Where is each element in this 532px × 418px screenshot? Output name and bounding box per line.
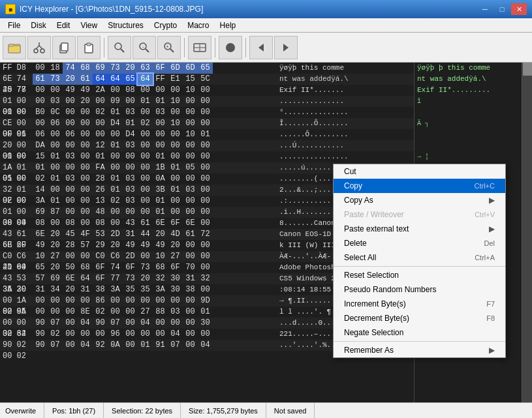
menu-view[interactable]: View xyxy=(75,18,102,32)
status-size: Size: 1,755,279 bytes xyxy=(181,403,266,418)
svg-text:-: - xyxy=(142,44,145,50)
svg-text:+: + xyxy=(166,44,169,50)
title-bar-left: ■ ICY Hexplorer - [G:\Photos\1DN_5915-12… xyxy=(5,4,203,14)
context-menu-negate-selection[interactable]: Negate Selection xyxy=(334,325,505,340)
context-menu-select-all[interactable]: Select All Ctrl+A xyxy=(334,250,505,265)
back-button[interactable] xyxy=(249,36,273,59)
hex-row: FF D8 FF FE 00187468697320636F6D6D65 ÿøÿ… xyxy=(0,63,414,74)
svg-rect-9 xyxy=(61,43,68,51)
hex-row: 6E 74 20 77 6173206164646564FFE1155C nt … xyxy=(0,74,414,85)
hex-row: 45 78 69 66 000049492A00080000001000 Exi… xyxy=(0,85,414,96)
open-button[interactable] xyxy=(3,36,26,59)
cut-button[interactable] xyxy=(27,36,51,59)
context-menu-pseudo-random[interactable]: Pseudo Random Numbers xyxy=(334,282,505,297)
svg-point-3 xyxy=(34,49,38,53)
minimize-button[interactable]: ─ xyxy=(477,3,493,15)
context-menu-separator-1 xyxy=(334,266,505,267)
svg-marker-24 xyxy=(258,44,264,52)
svg-point-12 xyxy=(115,43,121,50)
svg-point-4 xyxy=(40,49,44,53)
context-menu-increment-byte[interactable]: Increment Byte(s) F7 xyxy=(334,297,505,311)
menu-disk[interactable]: Disk xyxy=(25,18,51,32)
hex-row: 01 00 00 00 B00C00000201030003000000 °..… xyxy=(0,107,414,118)
title-controls[interactable]: ─ □ ✕ xyxy=(477,3,527,15)
context-menu-paste-external[interactable]: Paste external text ▶ xyxy=(334,222,505,236)
record-button[interactable] xyxy=(219,36,242,59)
status-mode: Overwrite xyxy=(5,403,44,418)
context-menu-remember-as[interactable]: Remember As ▶ xyxy=(334,343,505,357)
context-menu-delete[interactable]: Delete Del xyxy=(334,236,505,250)
svg-rect-1 xyxy=(8,46,20,53)
menu-macro[interactable]: Macro xyxy=(182,18,214,32)
toolbar: - + xyxy=(0,33,532,63)
context-menu-reset-selection[interactable]: Reset Selection xyxy=(334,268,505,282)
svg-rect-11 xyxy=(87,43,91,46)
svg-line-6 xyxy=(39,46,42,49)
svg-line-15 xyxy=(146,49,149,52)
context-menu-copy[interactable]: Copy Ctrl+C xyxy=(334,179,505,193)
main-area: FF D8 FF FE 00187468697320636F6D6D65 ÿøÿ… xyxy=(0,63,532,402)
toolbar-separator-2 xyxy=(184,38,185,57)
menu-structures[interactable]: Structures xyxy=(102,18,149,32)
context-menu: Cut Copy Ctrl+C Copy As ▶ Paste / Writeo… xyxy=(333,164,506,358)
vertical-scrollbar[interactable] xyxy=(522,63,532,402)
close-button[interactable]: ✕ xyxy=(511,3,527,15)
search-button[interactable] xyxy=(108,36,131,59)
window-title: ICY Hexplorer - [G:\Photos\1DN_5915-12-0… xyxy=(20,5,203,14)
forward-button[interactable] xyxy=(274,36,298,59)
status-bar: Overwrite Pos: 1bh (27) Selection: 22 by… xyxy=(0,402,532,418)
svg-line-13 xyxy=(121,49,124,52)
copy-button[interactable] xyxy=(52,36,76,59)
app-icon: ■ xyxy=(5,4,16,14)
hex-row: CE 00 00 06 0006000000D4010200100000 Î..… xyxy=(0,118,414,129)
hex-row: 01 00 00 00 000300200009000101100000 ...… xyxy=(0,96,414,107)
search-prev-button[interactable]: - xyxy=(133,36,156,59)
status-selection: Selection: 22 bytes xyxy=(104,403,181,418)
svg-line-18 xyxy=(170,49,174,52)
svg-line-5 xyxy=(36,46,39,49)
scroll-thumb[interactable] xyxy=(523,63,532,76)
search-next-button[interactable]: + xyxy=(157,36,181,59)
paste-button[interactable] xyxy=(77,36,101,59)
toolbar-separator-1 xyxy=(104,38,104,57)
status-pos: Pos: 1bh (27) xyxy=(44,403,104,418)
context-menu-decrement-byte[interactable]: Decrement Byte(s) F8 xyxy=(334,311,505,325)
context-menu-cut[interactable]: Cut xyxy=(334,164,505,179)
status-saved: Not saved xyxy=(266,403,315,418)
title-bar: ■ ICY Hexplorer - [G:\Photos\1DN_5915-12… xyxy=(0,0,532,18)
goto-button[interactable] xyxy=(188,36,211,59)
toolbar-separator-4 xyxy=(245,38,246,57)
hex-row: 20 00 00 00 DA0000001201030000000000 ...… xyxy=(0,140,414,151)
svg-rect-2 xyxy=(8,44,14,46)
menu-help[interactable]: Help xyxy=(215,18,242,32)
context-menu-paste-writeover: Paste / Writeover Ctrl+V xyxy=(334,207,505,222)
hex-row: 01 00 00 00 150103000100000001000000 ...… xyxy=(0,151,414,162)
maximize-button[interactable]: □ xyxy=(494,3,510,15)
menu-crypto[interactable]: Crypto xyxy=(149,18,182,32)
menu-bar: File Disk Edit View Structures Crypto Ma… xyxy=(0,18,532,33)
svg-marker-25 xyxy=(283,44,289,52)
context-menu-copy-as[interactable]: Copy As ▶ xyxy=(334,193,505,207)
menu-file[interactable]: File xyxy=(3,18,25,32)
hex-row: 0F 01 02 00 060006000000D40000001001 ...… xyxy=(0,129,414,140)
svg-point-23 xyxy=(226,43,235,52)
menu-edit[interactable]: Edit xyxy=(52,18,76,32)
toolbar-separator-3 xyxy=(215,38,215,57)
context-menu-separator-2 xyxy=(334,341,505,342)
